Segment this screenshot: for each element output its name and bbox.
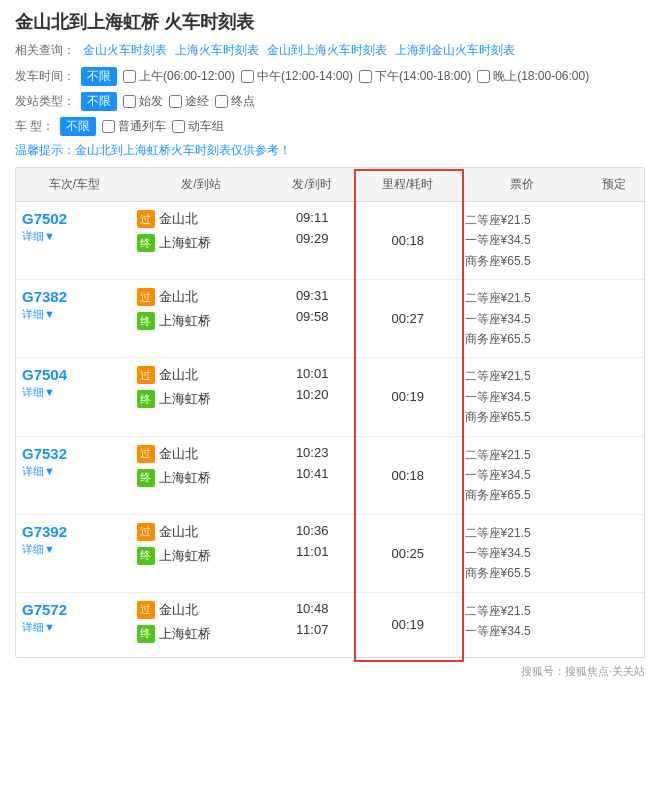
time-noon-option[interactable]: 中午(12:00-14:00): [241, 68, 353, 85]
book-cell: [584, 202, 644, 280]
detail-link[interactable]: 详细▼: [22, 229, 127, 244]
from-station-tag: 过: [137, 366, 155, 384]
station-terminal-option[interactable]: 终点: [215, 93, 255, 110]
departure-time: 09:11: [273, 210, 351, 225]
station-cell: 过 金山北 终 上海虹桥: [133, 514, 270, 592]
train-number-cell: G7392 详细▼: [16, 514, 133, 592]
price-cell: 二等座¥21.5一等座¥34.5商务座¥65.5: [461, 202, 584, 280]
train-number-cell: G7532 详细▼: [16, 436, 133, 514]
station-cell: 过 金山北 终 上海虹桥: [133, 592, 270, 657]
time-evening-option[interactable]: 晚上(18:00-06:00): [477, 68, 589, 85]
train-schedule-table: 车次/车型 发/到站 发/到时 里程/耗时 票价 预定 G7502 详细▼ 过 …: [16, 168, 644, 657]
related-link-4[interactable]: 上海到金山火车时刻表: [395, 42, 515, 59]
train-type-unlimited-tag[interactable]: 不限: [60, 117, 96, 136]
train-number[interactable]: G7392: [22, 523, 127, 540]
train-type-filter-label: 车 型：: [15, 118, 54, 135]
time-filter-row: 发车时间： 不限 上午(06:00-12:00) 中午(12:00-14:00)…: [15, 67, 645, 86]
train-number-cell: G7382 详细▼: [16, 280, 133, 358]
duration-cell: 00:18: [355, 436, 461, 514]
time-unlimited-tag[interactable]: 不限: [81, 67, 117, 86]
book-cell: [584, 436, 644, 514]
detail-link[interactable]: 详细▼: [22, 307, 127, 322]
price-item: 二等座¥21.5: [465, 366, 580, 386]
to-station-tag: 终: [137, 625, 155, 643]
price-item: 二等座¥21.5: [465, 601, 580, 621]
station-filter-row: 发站类型： 不限 始发 途经 终点: [15, 92, 645, 111]
from-station-tag: 过: [137, 288, 155, 306]
table-row: G7392 详细▼ 过 金山北 终 上海虹桥 10:36 11:01 00:25…: [16, 514, 644, 592]
table-row: G7572 详细▼ 过 金山北 终 上海虹桥 10:48 11:07 00:19…: [16, 592, 644, 657]
to-station-name: 上海虹桥: [159, 469, 211, 487]
time-cell: 10:48 11:07: [269, 592, 355, 657]
time-cell: 10:01 10:20: [269, 358, 355, 436]
station-unlimited-tag[interactable]: 不限: [81, 92, 117, 111]
from-station-name: 金山北: [159, 288, 198, 306]
station-cell: 过 金山北 终 上海虹桥: [133, 358, 270, 436]
from-station-name: 金山北: [159, 445, 198, 463]
price-cell: 二等座¥21.5一等座¥34.5商务座¥65.5: [461, 514, 584, 592]
related-label: 相关查询：: [15, 42, 75, 59]
train-number[interactable]: G7532: [22, 445, 127, 462]
price-item: 二等座¥21.5: [465, 210, 580, 230]
to-station-tag: 终: [137, 547, 155, 565]
departure-time: 10:23: [273, 445, 351, 460]
detail-link[interactable]: 详细▼: [22, 620, 127, 635]
price-cell: 二等座¥21.5一等座¥34.5: [461, 592, 584, 657]
train-number[interactable]: G7502: [22, 210, 127, 227]
book-cell: [584, 280, 644, 358]
book-cell: [584, 358, 644, 436]
time-afternoon-option[interactable]: 下午(14:00-18:00): [359, 68, 471, 85]
detail-link[interactable]: 详细▼: [22, 464, 127, 479]
station-origin-option[interactable]: 始发: [123, 93, 163, 110]
from-station-name: 金山北: [159, 210, 198, 228]
from-station-name: 金山北: [159, 366, 198, 384]
price-item: 商务座¥65.5: [465, 329, 580, 349]
warm-tip-prefix: 温馨提示：: [15, 143, 75, 157]
detail-link[interactable]: 详细▼: [22, 542, 127, 557]
price-item: 二等座¥21.5: [465, 523, 580, 543]
time-filter-label: 发车时间：: [15, 68, 75, 85]
departure-time: 09:31: [273, 288, 351, 303]
related-link-3[interactable]: 金山到上海火车时刻表: [267, 42, 387, 59]
train-number-cell: G7572 详细▼: [16, 592, 133, 657]
price-item: 一等座¥34.5: [465, 621, 580, 641]
col-header-duration: 里程/耗时: [355, 168, 461, 202]
related-queries: 相关查询： 金山火车时刻表 上海火车时刻表 金山到上海火车时刻表 上海到金山火车…: [15, 42, 645, 59]
departure-time: 10:01: [273, 366, 351, 381]
related-link-2[interactable]: 上海火车时刻表: [175, 42, 259, 59]
to-station-tag: 终: [137, 234, 155, 252]
col-header-book: 预定: [584, 168, 644, 202]
price-item: 二等座¥21.5: [465, 445, 580, 465]
price-item: 一等座¥34.5: [465, 543, 580, 563]
train-type-regular-option[interactable]: 普通列车: [102, 118, 166, 135]
related-link-1[interactable]: 金山火车时刻表: [83, 42, 167, 59]
train-type-emu-option[interactable]: 动车组: [172, 118, 224, 135]
train-number[interactable]: G7382: [22, 288, 127, 305]
book-cell: [584, 592, 644, 657]
station-cell: 过 金山北 终 上海虹桥: [133, 280, 270, 358]
duration-cell: 00:19: [355, 358, 461, 436]
price-item: 商务座¥65.5: [465, 407, 580, 427]
from-station-name: 金山北: [159, 523, 198, 541]
time-morning-option[interactable]: 上午(06:00-12:00): [123, 68, 235, 85]
price-item: 一等座¥34.5: [465, 465, 580, 485]
from-station-tag: 过: [137, 601, 155, 619]
price-item: 二等座¥21.5: [465, 288, 580, 308]
col-header-time: 发/到时: [269, 168, 355, 202]
table-row: G7532 详细▼ 过 金山北 终 上海虹桥 10:23 10:41 00:18…: [16, 436, 644, 514]
departure-time: 10:48: [273, 601, 351, 616]
price-item: 一等座¥34.5: [465, 309, 580, 329]
time-cell: 10:23 10:41: [269, 436, 355, 514]
warm-tip: 温馨提示：金山北到上海虹桥火车时刻表仅供参考！: [15, 142, 645, 159]
train-number-cell: G7504 详细▼: [16, 358, 133, 436]
station-cell: 过 金山北 终 上海虹桥: [133, 202, 270, 280]
from-station-tag: 过: [137, 445, 155, 463]
station-via-option[interactable]: 途经: [169, 93, 209, 110]
train-number[interactable]: G7504: [22, 366, 127, 383]
detail-link[interactable]: 详细▼: [22, 385, 127, 400]
arrival-time: 11:07: [273, 622, 351, 637]
to-station-name: 上海虹桥: [159, 390, 211, 408]
train-number[interactable]: G7572: [22, 601, 127, 618]
col-header-train: 车次/车型: [16, 168, 133, 202]
price-item: 商务座¥65.5: [465, 563, 580, 583]
